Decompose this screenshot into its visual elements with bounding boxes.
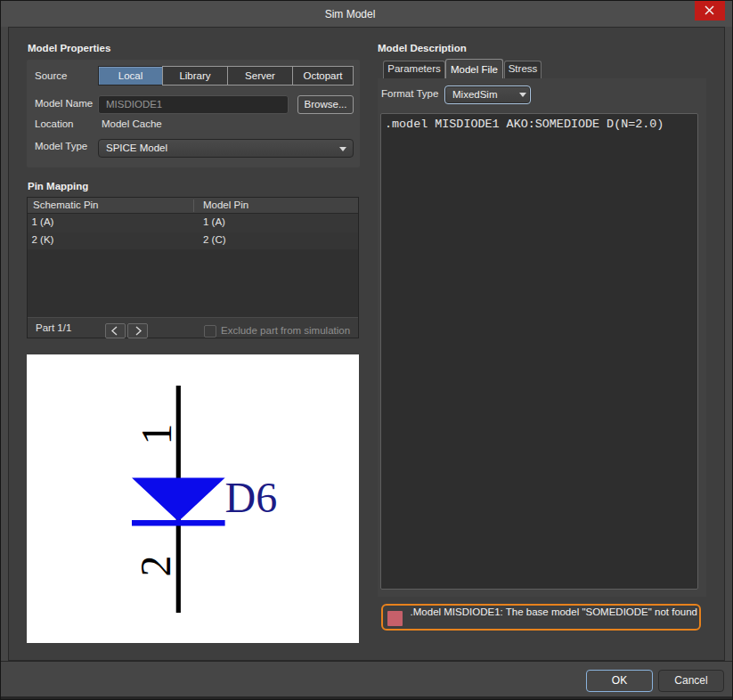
svg-text:1: 1 bbox=[133, 424, 180, 445]
svg-text:2: 2 bbox=[132, 556, 179, 577]
svg-text:D6: D6 bbox=[225, 474, 278, 521]
